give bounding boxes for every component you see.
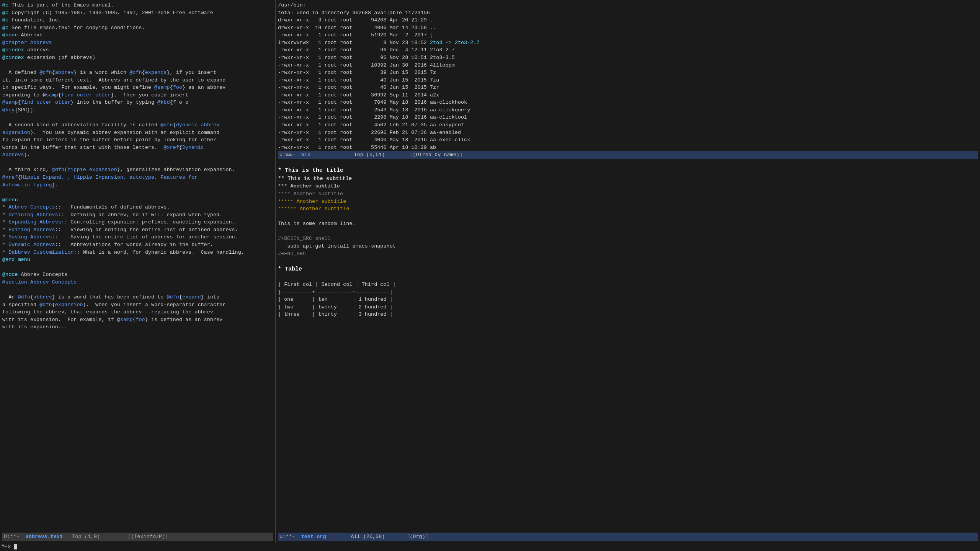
left-buffer-content[interactable]: @c This is part of the Emacs manual. @c … xyxy=(2,2,273,533)
right-bottom-mode-line: U:**- test.org All (20,38) [(Org)] xyxy=(278,533,978,541)
right-top-mode-line: U:%%- bin Top (5,51) [(Dired by name)] xyxy=(278,151,978,159)
main-area: @c This is part of the Emacs manual. @c … xyxy=(0,0,980,543)
echo-area[interactable]: M-x xyxy=(0,543,980,551)
right-dired-content[interactable]: /usr/bin: total used in directory 962688… xyxy=(278,2,978,151)
left-mode-line: U:**- abbrevs.texi Top (1,0) [(Texinfo/P… xyxy=(2,533,273,541)
left-pane: @c This is part of the Emacs manual. @c … xyxy=(0,0,276,543)
echo-text: M-x xyxy=(2,544,14,549)
right-org-content[interactable]: * This is the title ** This is the subti… xyxy=(278,159,978,533)
cursor xyxy=(14,544,17,549)
right-pane: /usr/bin: total used in directory 962688… xyxy=(276,0,980,543)
